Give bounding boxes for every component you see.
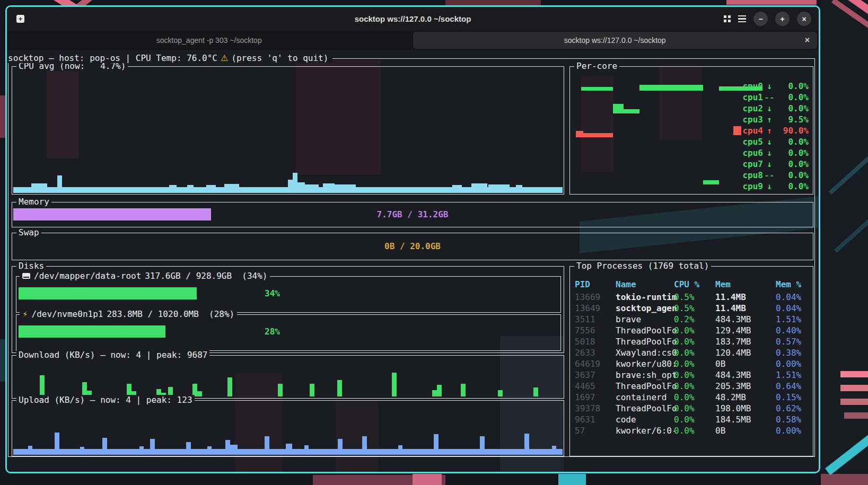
- chart-bar: [57, 175, 62, 187]
- core-value: 0.0%: [776, 103, 809, 113]
- terminal-window: + socktop ws://127.0.0 ~/socktop − + × s…: [5, 5, 820, 473]
- process-cpu: 0.0%: [674, 426, 695, 436]
- chart-bar: [581, 87, 613, 91]
- wallpaper-shape: [313, 475, 445, 485]
- wallpaper-shape: [0, 95, 5, 138]
- core-value: 0.0%: [776, 159, 809, 169]
- swap-usage-label: 0B / 20.0GB: [12, 241, 813, 251]
- core-value: 0.0%: [776, 181, 809, 191]
- wallpaper-neon-stripe: [829, 149, 868, 195]
- window-title: socktop ws://127.0.0 ~/socktop: [7, 14, 819, 23]
- core-trend-icon: ↓: [763, 81, 776, 91]
- per-core-list: cpu0↓0.0%cpu1--0.0%cpu2↓0.0%cpu3↑9.5%cpu…: [733, 81, 809, 192]
- process-cpu: 0.5%: [674, 292, 695, 302]
- process-memp: 0.64%: [776, 381, 801, 391]
- disks-title: Disks: [16, 261, 46, 271]
- maximize-button[interactable]: +: [775, 12, 790, 26]
- process-pid: 13649: [575, 303, 600, 313]
- process-pid: 9631: [575, 415, 595, 425]
- chart-bar: [150, 439, 155, 449]
- chart-bar: [533, 387, 538, 396]
- process-name: brave:sh_opt: [616, 370, 677, 380]
- process-row: 4465ThreadPoolFo0.0%205.3MB0.64%: [570, 381, 813, 392]
- process-memp: 1.51%: [776, 370, 801, 380]
- wallpaper-neon-stripe: [831, 0, 868, 39]
- chart-bar: [310, 384, 314, 396]
- disk-icon: [22, 273, 30, 279]
- chart-bar: [197, 391, 202, 396]
- disk-percent-label: 34%: [265, 288, 280, 298]
- process-name: kworker/6:0-: [616, 426, 677, 436]
- cpu-avg-chart: [12, 67, 564, 194]
- memory-title: Memory: [16, 197, 51, 207]
- menu-icon[interactable]: [738, 15, 746, 23]
- chart-bar: [432, 390, 437, 396]
- process-cpu: 0.0%: [674, 381, 695, 391]
- process-memp: 0.38%: [776, 348, 801, 358]
- chart-bar: [392, 373, 397, 396]
- wallpaper-shape: [821, 0, 868, 485]
- tab-close-icon[interactable]: ×: [805, 36, 810, 45]
- process-cpu: 0.2%: [674, 314, 695, 324]
- chart-bar: [265, 436, 269, 449]
- process-memp: 0.00%: [776, 359, 801, 369]
- warning-icon: ⚠: [221, 53, 228, 63]
- column-header: Mem %: [776, 279, 801, 289]
- chart-bar: [186, 442, 191, 449]
- terminal-screen[interactable]: socktop — host: pop-os | CPU Temp: 76.0°…: [7, 50, 819, 472]
- core-name: cpu0: [742, 81, 763, 91]
- swap-title: Swap: [16, 227, 41, 237]
- core-trend-icon: ↑: [763, 126, 776, 136]
- disk-percent-label: 28%: [265, 327, 280, 337]
- tab-label: socktop ws://127.0.0 ~/socktop: [564, 36, 666, 45]
- process-mem: 11.4MB: [715, 303, 746, 313]
- process-row: 39378ThreadPoolFo0.0%198.0MB0.62%: [570, 403, 813, 415]
- process-mem: 198.0MB: [715, 403, 751, 413]
- core-trend-icon: ↑: [763, 114, 776, 125]
- upload-chart: [12, 401, 564, 456]
- chart-bar: [288, 180, 293, 187]
- tab-label: socktop_agent -p 303 ~/socktop: [156, 36, 262, 45]
- core-name: cpu4: [742, 126, 763, 136]
- tab-socktop-active[interactable]: socktop ws://127.0.0 ~/socktop ×: [413, 32, 818, 49]
- process-name: socktop_agen: [616, 303, 677, 313]
- process-name: ThreadPoolFo: [616, 337, 677, 347]
- minimize-button[interactable]: −: [753, 12, 768, 26]
- disk-usage: 283.8MB / 1020.0MB (28%): [107, 309, 234, 319]
- process-pid: 7556: [575, 325, 595, 336]
- chart-bar: [82, 382, 87, 396]
- process-mem: 129.4MB: [715, 325, 751, 336]
- titlebar[interactable]: + socktop ws://127.0.0 ~/socktop − + ×: [7, 7, 819, 31]
- process-mem: 205.3MB: [715, 381, 751, 391]
- tab-bar: socktop_agent -p 303 ~/socktop socktop w…: [7, 31, 819, 50]
- core-trend-icon: ↓: [763, 181, 776, 191]
- processes-title: Top Processes (1769 total): [574, 261, 711, 271]
- tab-socktop-agent[interactable]: socktop_agent -p 303 ~/socktop: [7, 31, 411, 50]
- process-mem: 120.4MB: [715, 348, 751, 358]
- disk-item-data-root: /dev/mapper/data-root 317.6GB / 928.9GB …: [16, 276, 561, 313]
- process-memp: 0.15%: [776, 392, 801, 402]
- grid-layout-icon[interactable]: [724, 15, 731, 22]
- process-memp: 0.58%: [776, 415, 801, 425]
- wallpaper-neon-stripe: [834, 207, 868, 253]
- processes-panel: Top Processes (1769 total) PIDNameCPU %M…: [569, 266, 813, 456]
- chart-bar: [461, 384, 466, 396]
- wallpaper-neon-stripe: [825, 420, 868, 475]
- process-cpu: 0.0%: [674, 325, 695, 336]
- wallpaper-neon-stripe: [844, 412, 868, 419]
- upload-panel: Upload (KB/s) — now: 4 | peak: 123: [12, 400, 564, 456]
- core-value: 90.0%: [776, 126, 809, 136]
- per-core-panel: Per-core cpu0↓0.0%cpu1--0.0%cpu2↓0.0%cpu…: [569, 66, 813, 195]
- process-cpu: 0.0%: [674, 337, 695, 347]
- core-row-cpu5: cpu5↓0.0%: [733, 136, 809, 147]
- close-button[interactable]: ×: [797, 12, 811, 26]
- desktop: { "window": { "title": "socktop ws://127…: [0, 0, 868, 485]
- chart-bar: [304, 445, 309, 449]
- process-row: 1697containerd0.0%48.2MB0.15%: [570, 392, 813, 403]
- chart-bar: [286, 444, 292, 449]
- core-name: cpu2: [742, 103, 763, 113]
- wallpaper-neon-stripe: [726, 0, 817, 5]
- column-header: Name: [616, 279, 636, 289]
- chart-bar: [102, 438, 107, 449]
- processes-header-row: PIDNameCPU %MemMem %: [570, 279, 813, 290]
